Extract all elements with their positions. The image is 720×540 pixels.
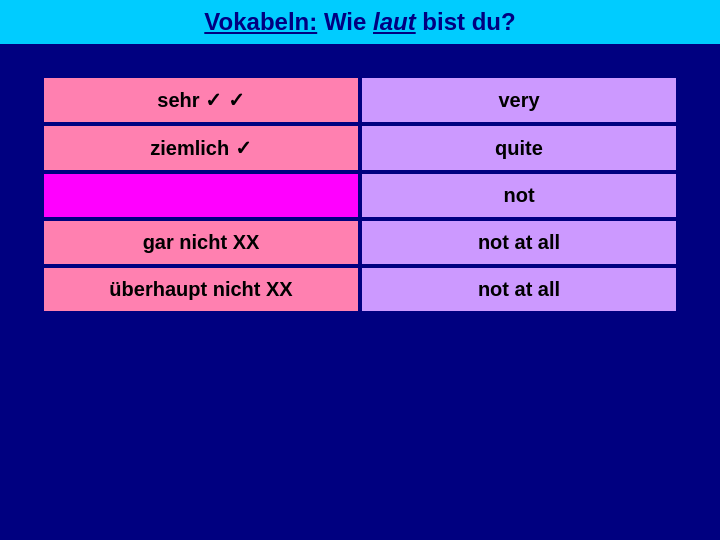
table-row: ziemlich ✓quite xyxy=(44,126,676,170)
title-prefix: Vokabeln: xyxy=(204,8,317,35)
title-middle: Wie xyxy=(324,8,373,35)
content-area: sehr ✓ ✓veryziemlich ✓quitenotgar nicht … xyxy=(0,54,720,335)
table-row: überhaupt nicht XXnot at all xyxy=(44,268,676,311)
right-cell-4: not at all xyxy=(362,268,676,311)
left-cell-3: gar nicht XX xyxy=(44,221,358,264)
title-bar: Vokabeln: Wie laut bist du? xyxy=(0,0,720,44)
left-cell-4: überhaupt nicht XX xyxy=(44,268,358,311)
right-cell-1: quite xyxy=(362,126,676,170)
left-cell-2 xyxy=(44,174,358,217)
left-cell-1: ziemlich ✓ xyxy=(44,126,358,170)
right-cell-0: very xyxy=(362,78,676,122)
right-cell-3: not at all xyxy=(362,221,676,264)
table-row: gar nicht XXnot at all xyxy=(44,221,676,264)
table-row: not xyxy=(44,174,676,217)
table-row: sehr ✓ ✓very xyxy=(44,78,676,122)
left-cell-0: sehr ✓ ✓ xyxy=(44,78,358,122)
title-italic: laut xyxy=(373,8,416,35)
vocab-table: sehr ✓ ✓veryziemlich ✓quitenotgar nicht … xyxy=(40,74,680,315)
title-suffix: bist du? xyxy=(422,8,515,35)
right-cell-2: not xyxy=(362,174,676,217)
